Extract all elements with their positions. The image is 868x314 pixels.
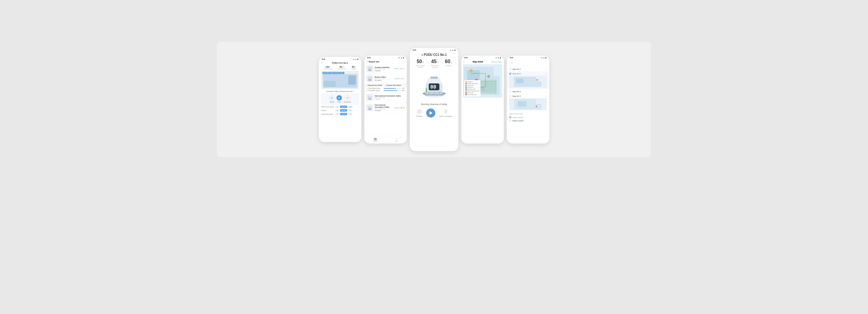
- chevron-3: ∨: [546, 90, 547, 92]
- map-preview-4: [509, 98, 547, 110]
- cleaned-area-stat: 100㎡ Cleaned area: [324, 65, 332, 70]
- phone1-map[interactable]: Innovation Valley 2nd floor map 1: [321, 71, 359, 89]
- map-label: Innovation Valley 2nd floor map 1: [322, 72, 344, 74]
- map-preview-2: [509, 76, 547, 88]
- action-row: Task list Back to charging: [410, 107, 458, 119]
- back-button[interactable]: ‹: [464, 60, 464, 63]
- phone2-time: 9:41: [368, 57, 371, 59]
- map-name-1: Map NO.1: [513, 68, 521, 70]
- me-nav-tab[interactable]: ○ Me: [396, 137, 398, 142]
- map-detail-view[interactable]: P ★ R a ★ Initial point R Default return…: [463, 64, 502, 98]
- return-radio-2[interactable]: [509, 119, 512, 122]
- phone-4: 9:41 ▪▪▪ ▲ ▮ ‹ Map detail Browse maps: [461, 56, 504, 143]
- phone5-status-bar: 9:41 ▪▪▪ ▲ ▮: [507, 56, 549, 59]
- robot-svg: 00: [421, 71, 448, 100]
- map-radio-circle-4[interactable]: [509, 95, 512, 97]
- suction-low[interactable]: low: [335, 109, 340, 112]
- map-radio-3: Map NO.3: [509, 90, 521, 92]
- task-list-action[interactable]: Task list: [416, 109, 422, 117]
- me-nav-icon: ○: [396, 137, 398, 140]
- dirty-water-metric: 45% Dirty watervolume: [431, 59, 439, 68]
- launching-medium[interactable]: medium: [340, 113, 347, 115]
- dirty-water-progress: Dirty Water Volume 80%: [367, 90, 405, 91]
- svg-rect-24: [430, 77, 438, 79]
- play-button[interactable]: [426, 108, 435, 117]
- water-levels: Clean Water Volume 70% Dirty Water Volum…: [365, 87, 407, 92]
- wifi-icon: ▲: [452, 49, 454, 51]
- pause-button[interactable]: ⏸ Pause: [337, 95, 342, 103]
- map-option-4[interactable]: Map NO.4 ∧: [507, 94, 549, 112]
- charging-action[interactable]: Back to charging: [439, 109, 452, 117]
- launching-options[interactable]: low medium high: [335, 113, 353, 115]
- signal-icon: ▪▪▪: [541, 57, 542, 59]
- roller-speed-label: Roller brush speed: [321, 106, 335, 108]
- dirty-water-dot: [367, 90, 368, 91]
- roller-speed-options[interactable]: low medium high: [335, 106, 353, 108]
- suction-medium[interactable]: medium: [340, 109, 347, 112]
- chevron-2: ∧: [546, 73, 547, 75]
- svg-rect-10: [369, 107, 371, 108]
- task-list-icon-wrap: [416, 109, 422, 114]
- launching-low[interactable]: low: [335, 113, 340, 115]
- online-badge-2: • On-line: [393, 77, 400, 80]
- phone3-time: 9:41: [413, 49, 416, 51]
- legend-clean-label: Clean area: [467, 86, 473, 88]
- chevron-4: ∧: [546, 95, 547, 97]
- robot-name-2: Rubert office: [375, 76, 394, 78]
- battery-metric: 60% Battery: [445, 59, 452, 68]
- cleaned-time-unit: min: [342, 66, 344, 68]
- map-option-2[interactable]: Map NO.2 ∧: [507, 71, 549, 89]
- robot-nav-tab[interactable]: 🤖 Robot: [373, 137, 377, 142]
- back-button[interactable]: ‹: [367, 60, 368, 63]
- suction-options[interactable]: low medium high: [335, 109, 353, 112]
- signal-icon: ▪▪▪: [398, 57, 400, 59]
- suction-high[interactable]: high: [348, 109, 353, 112]
- phone1-status-icons: ▪▪▪ ▲ ▮: [353, 58, 358, 60]
- map-radio-circle-3[interactable]: [509, 90, 512, 92]
- return-option-1[interactable]: Return point1: [509, 116, 547, 119]
- task-list-action-label: Task list: [416, 115, 422, 117]
- task-list-icon: [417, 109, 422, 114]
- cancel-task-button[interactable]: ✕ Cancel task: [344, 95, 351, 103]
- return-option-2[interactable]: Return point2: [509, 119, 547, 122]
- map-name-3: Map NO.3: [513, 90, 521, 92]
- robot-item-1[interactable]: Creative building MAC-345667780 Availabl…: [365, 64, 407, 74]
- map-radio-circle-1[interactable]: [509, 68, 512, 70]
- legend-nopassing-label: No passing zone: [467, 94, 476, 95]
- signal-icon: ▪▪▪: [495, 57, 497, 59]
- map-name-4: Map NO.4: [513, 95, 521, 97]
- phone2-status-icons: ▪▪▪ ▲ ▮: [398, 57, 404, 59]
- legend-return-point: P return point: [465, 85, 479, 86]
- roller-low[interactable]: low: [335, 106, 340, 108]
- task-list-button[interactable]: ☰ Task list: [329, 95, 335, 103]
- launching-high[interactable]: high: [348, 113, 353, 115]
- wifi-icon: ▲: [498, 57, 499, 59]
- battery-badge-4: 🔥 8%: [401, 107, 404, 108]
- return-radio-1[interactable]: [509, 116, 512, 118]
- robot-item-3[interactable]: International Innovation Valley MAC-3456…: [365, 92, 407, 103]
- clean-water-metric: 50% Clean watervolume: [416, 59, 425, 68]
- legend-route-label: Cleaning route: [467, 88, 475, 90]
- charging-icon: [443, 109, 448, 114]
- svg-rect-4: [369, 78, 371, 79]
- robot-item-4[interactable]: International Innovation Valley MAC-3459…: [365, 102, 407, 113]
- phone5-time: 9:41: [510, 57, 513, 59]
- map-option-3[interactable]: Map NO.3 ∨: [507, 89, 549, 94]
- roller-high[interactable]: high: [348, 106, 353, 108]
- robot-name-4: International Innovation Valley: [375, 104, 393, 108]
- map-radio-circle-2[interactable]: [509, 73, 512, 75]
- browse-maps-button[interactable]: Browse maps: [492, 61, 501, 62]
- map-option-1[interactable]: Map NO.1 ∨: [507, 67, 549, 72]
- roller-medium[interactable]: medium: [340, 106, 347, 108]
- robot-item-2[interactable]: Rubert office MAC-345667780 Scrubbing • …: [365, 74, 407, 84]
- back-button[interactable]: ‹: [509, 60, 515, 65]
- phone3-metrics: 50% Clean watervolume 45% Dirty watervol…: [410, 57, 458, 70]
- robot2-stats: ○ Cleaned Area 100ml ○ Cleaned Time 30mi…: [365, 83, 407, 87]
- map-preview-svg-4: [509, 98, 547, 110]
- robot-status-4: Charging: [375, 110, 393, 111]
- robot2-area-stat: ○ Cleaned Area 100ml: [367, 84, 382, 86]
- cleaned-area-unit: ㎡: [329, 66, 331, 68]
- charging-action-label: Back to charging: [439, 115, 452, 117]
- robot-list-title: Robot list: [369, 60, 379, 63]
- back-button[interactable]: ‹: [321, 61, 322, 64]
